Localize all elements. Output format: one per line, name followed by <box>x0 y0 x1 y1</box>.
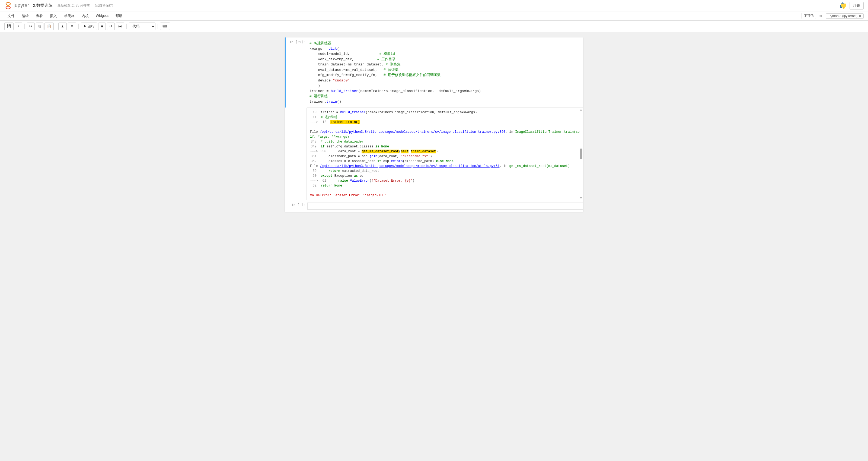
toolbar: 💾 + ✂ ⎘ 📋 ▲ ▼ ▶ 运行 ■ ↺ ⏭ 代码 Markdown Raw… <box>0 21 868 32</box>
svg-point-1 <box>6 6 10 9</box>
output-line-12-arrow: ---> 12 trainer.train() <box>310 120 580 125</box>
menu-cell[interactable]: 单元格 <box>61 12 78 20</box>
output-scrollbar-arrows[interactable]: ▲ ▼ <box>579 108 583 200</box>
scrollbar-handle[interactable] <box>580 148 582 160</box>
python-logo-icon <box>839 2 847 9</box>
notebook-title[interactable]: 2.数据训练 <box>33 3 53 8</box>
output-error-text: ValueError: Dataset Error: 'image:FILE' <box>310 193 580 198</box>
restart-run-button[interactable]: ⏭ <box>116 23 124 30</box>
menu-file[interactable]: 文件 <box>4 12 18 20</box>
top-bar-right: 注销 <box>839 2 864 9</box>
cancel-button[interactable]: 注销 <box>849 2 864 9</box>
menu-edit[interactable]: 编辑 <box>19 12 32 20</box>
kernel-status: Python 3 (ipykernel) <box>826 13 864 19</box>
not-trusted-badge[interactable]: 不可信 <box>802 13 816 19</box>
kernel-status-dot <box>859 15 861 17</box>
output-scroll[interactable]: 10 trainer = build_trainer(name=Trainers… <box>307 108 583 200</box>
cell-label-empty: In [ ]: <box>286 201 307 207</box>
toolbar-separator-5 <box>158 24 158 29</box>
menu-right: 不可信 ✏ Python 3 (ipykernel) <box>802 13 864 19</box>
output-area-in25: 10 trainer = build_trainer(name=Trainers… <box>307 108 583 200</box>
cell-content-empty[interactable] <box>307 201 583 211</box>
output-traceback-file1-text: File /opt/conda/lib/python3.8/site-packa… <box>310 129 580 135</box>
toolbar-separator-4 <box>126 24 127 29</box>
output-line-spacer <box>310 188 580 193</box>
save-button[interactable]: 💾 <box>4 23 13 30</box>
output-line-11: 11 # 进行训练 <box>310 115 580 120</box>
output-traceback-file1 <box>310 125 580 129</box>
scroll-up-arrow[interactable]: ▲ <box>580 108 582 111</box>
toolbar-separator-2 <box>56 24 56 29</box>
top-bar-left: jupyter 2.数据训练 最新检查点: 35 分钟前 (已自动保存) <box>4 2 113 9</box>
run-button[interactable]: ▶ 运行 <box>81 23 97 30</box>
scroll-down-arrow[interactable]: ▼ <box>580 197 582 200</box>
keyboard-shortcuts-button[interactable]: ⌨ <box>160 23 170 30</box>
output-line-352: 352 classes = classname_path if osp.exis… <box>310 159 580 164</box>
output-line-61-arrow: ---> 61 raise ValueError(f'Dataset Error… <box>310 178 580 183</box>
cell-empty: In [ ]: <box>285 200 583 212</box>
code-area-in25[interactable]: # 构建训练器 kwargs = dict( model=model_id, #… <box>307 40 583 105</box>
output-line-10: 10 trainer = build_trainer(name=Trainers… <box>310 110 580 115</box>
menu-kernel[interactable]: 内核 <box>79 12 92 20</box>
toolbar-separator-1 <box>24 24 25 29</box>
edit-notebook-icon[interactable]: ✏ <box>818 13 824 19</box>
output-traceback-args1: lf, *args, **kwargs) <box>310 135 580 139</box>
cell-type-select[interactable]: 代码 Markdown Raw <box>129 23 155 30</box>
add-cell-button[interactable]: + <box>14 23 22 30</box>
output-line-60: 60 except Exception as e: <box>310 173 580 178</box>
output-line-350-arrow: ---> 350 data_root = get_ms_dataset_root… <box>310 149 580 154</box>
svg-point-0 <box>6 2 10 5</box>
svg-point-3 <box>842 3 842 4</box>
jupyter-logo: jupyter <box>4 2 29 9</box>
restart-button[interactable]: ↺ <box>107 23 115 30</box>
output-line-62: 62 return None <box>310 183 580 188</box>
kernel-name-label: Python 3 (ipykernel) <box>828 14 858 18</box>
output-traceback-file2-text: File /opt/conda/lib/python3.8/site-packa… <box>310 164 580 169</box>
cut-button[interactable]: ✂ <box>27 23 35 30</box>
jupyter-logo-icon <box>4 2 12 9</box>
notebook-content: In [25]: # 构建训练器 kwargs = dict( model=mo… <box>0 32 868 461</box>
menu-help[interactable]: 帮助 <box>112 12 126 20</box>
menu-bar: 文件 编辑 查看 插入 单元格 内核 Widgets 帮助 不可信 ✏ Pyth… <box>0 11 868 21</box>
cell-label-in25: In [25]: <box>286 38 307 44</box>
checkpoint-info: 最新检查点: 35 分钟前 <box>58 3 90 8</box>
cell-content-in25[interactable]: # 构建训练器 kwargs = dict( model=model_id, #… <box>307 38 583 107</box>
cell-in25: In [25]: # 构建训练器 kwargs = dict( model=mo… <box>285 37 583 108</box>
output-line-349: 349 if self.cfg.dataset.classes is None: <box>310 144 580 149</box>
top-bar: jupyter 2.数据训练 最新检查点: 35 分钟前 (已自动保存) 注销 <box>0 0 868 11</box>
svg-point-2 <box>7 5 9 6</box>
menu-insert[interactable]: 插入 <box>46 12 60 20</box>
empty-cell-input[interactable] <box>307 203 583 210</box>
move-down-button[interactable]: ▼ <box>68 23 76 30</box>
stop-button[interactable]: ■ <box>98 23 106 30</box>
output-line-59: 59 return extracted_data_root <box>310 169 580 173</box>
notebook-inner: In [25]: # 构建训练器 kwargs = dict( model=mo… <box>285 37 583 212</box>
menu-widgets[interactable]: Widgets <box>93 12 112 20</box>
menu-view[interactable]: 查看 <box>33 12 46 20</box>
autosave-info: (已自动保存) <box>95 3 113 8</box>
output-line-348: 348 # build the dataloader <box>310 139 580 144</box>
menu-items: 文件 编辑 查看 插入 单元格 内核 Widgets 帮助 <box>4 12 126 20</box>
jupyter-wordmark: jupyter <box>13 3 29 8</box>
svg-point-4 <box>844 7 844 7</box>
output-line-351: 351 classname_path = osp.join(data_root,… <box>310 154 580 159</box>
move-up-button[interactable]: ▲ <box>58 23 67 30</box>
paste-button[interactable]: 📋 <box>44 23 54 30</box>
copy-button[interactable]: ⎘ <box>36 23 43 30</box>
